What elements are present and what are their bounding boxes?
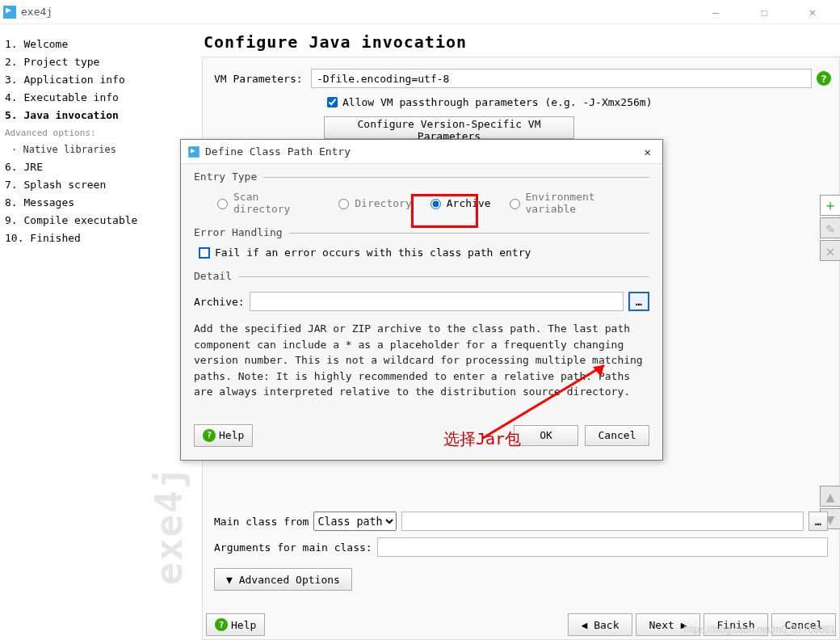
back-button[interactable]: ◀ Back bbox=[568, 613, 632, 636]
step-compile-executable[interactable]: 9. Compile executable bbox=[5, 212, 174, 229]
vm-parameters-label: VM Parameters: bbox=[214, 73, 311, 85]
main-class-input[interactable] bbox=[401, 512, 804, 531]
help-icon[interactable]: ? bbox=[817, 71, 831, 86]
dialog-ok-button[interactable]: OK bbox=[514, 425, 578, 446]
vm-parameters-input[interactable] bbox=[311, 69, 812, 88]
move-up-button: ▲ bbox=[820, 486, 840, 507]
step-splash-screen[interactable]: 7. Splash screen bbox=[5, 176, 174, 194]
native-libraries-item[interactable]: · Native libraries bbox=[5, 141, 174, 158]
fail-on-error-label: Fail if an error occurs with this class … bbox=[215, 246, 531, 259]
fail-on-error-checkbox[interactable] bbox=[199, 247, 210, 259]
next-button[interactable]: Next ▶ bbox=[636, 613, 700, 636]
page-title: Configure Java invocation bbox=[204, 32, 829, 52]
error-handling-legend: Error Handling bbox=[194, 226, 289, 238]
help-icon: ? bbox=[215, 618, 228, 631]
advanced-options-label: Advanced options: bbox=[5, 126, 174, 141]
add-entry-button[interactable]: ＋ bbox=[820, 195, 840, 216]
classpath-toolbox: ＋ ✎ ✕ bbox=[820, 195, 840, 261]
close-button[interactable]: ✕ bbox=[796, 1, 829, 23]
titlebar: exe4j — ☐ ✕ bbox=[0, 0, 840, 24]
window-title: exe4j bbox=[21, 6, 699, 18]
detail-help-text: Add the specified JAR or ZIP archive to … bbox=[194, 321, 649, 400]
arguments-input[interactable] bbox=[377, 537, 828, 557]
dialog-footer: ? Help OK Cancel bbox=[194, 418, 649, 453]
step-application-info[interactable]: 3. Application info bbox=[5, 71, 174, 89]
archive-browse-button[interactable]: … bbox=[628, 292, 649, 311]
step-jre[interactable]: 6. JRE bbox=[5, 158, 174, 176]
dialog-cancel-button[interactable]: Cancel bbox=[585, 425, 649, 446]
step-messages[interactable]: 8. Messages bbox=[5, 194, 174, 212]
main-class-browse-button[interactable]: … bbox=[808, 512, 828, 531]
edit-entry-button: ✎ bbox=[820, 217, 840, 238]
step-finished[interactable]: 10. Finished bbox=[5, 229, 174, 247]
allow-passthrough-checkbox[interactable] bbox=[327, 97, 338, 107]
entry-type-group: Entry Type Scan directory Directory Arch… bbox=[194, 177, 649, 225]
window-controls: — ☐ ✕ bbox=[699, 1, 837, 23]
dialog-close-button[interactable]: ✕ bbox=[640, 145, 656, 158]
configure-version-vm-button[interactable]: Configure Version-Specific VM Parameters bbox=[324, 116, 574, 139]
wizard-sidebar: 1. Welcome 2. Project type 3. Applicatio… bbox=[0, 24, 179, 640]
cancel-button[interactable]: Cancel bbox=[771, 613, 836, 636]
dialog-help-button[interactable]: ? Help bbox=[194, 424, 253, 447]
main-class-source-select[interactable]: Class path bbox=[313, 512, 397, 531]
dialog-title: Define Class Path Entry bbox=[205, 145, 640, 158]
minimize-button[interactable]: — bbox=[699, 1, 732, 23]
error-handling-group: Error Handling Fail if an error occurs w… bbox=[194, 233, 649, 268]
step-java-invocation[interactable]: 5. Java invocation bbox=[5, 107, 174, 124]
app-icon bbox=[3, 6, 16, 19]
advanced-options-button[interactable]: ▼ Advanced Options bbox=[214, 568, 352, 591]
archive-path-input[interactable] bbox=[250, 292, 624, 311]
arguments-label: Arguments for main class: bbox=[214, 541, 372, 554]
entry-type-legend: Entry Type bbox=[194, 171, 263, 183]
help-button[interactable]: ? Help bbox=[206, 613, 265, 636]
radio-directory[interactable]: Directory bbox=[334, 191, 411, 215]
define-classpath-dialog: Define Class Path Entry ✕ Entry Type Sca… bbox=[180, 139, 663, 461]
dialog-titlebar: Define Class Path Entry ✕ bbox=[181, 140, 662, 164]
help-icon: ? bbox=[203, 429, 216, 442]
main-class-label: Main class from bbox=[214, 516, 309, 528]
step-executable-info[interactable]: 4. Executable info bbox=[5, 89, 174, 107]
archive-label: Archive: bbox=[194, 296, 245, 308]
step-project-type[interactable]: 2. Project type bbox=[5, 53, 174, 71]
radio-environment-variable[interactable]: Environment variable bbox=[506, 191, 649, 215]
radio-archive[interactable]: Archive bbox=[426, 191, 491, 215]
detail-group: Detail Archive: … Add the specified JAR … bbox=[194, 276, 649, 410]
wizard-footer: ? Help ◀ Back Next ▶ Finish Cancel bbox=[206, 613, 836, 636]
delete-entry-button: ✕ bbox=[820, 240, 840, 261]
step-welcome[interactable]: 1. Welcome bbox=[5, 36, 174, 53]
radio-scan-directory[interactable]: Scan directory bbox=[213, 191, 320, 215]
allow-passthrough-label: Allow VM passthrough parameters (e.g. -J… bbox=[342, 96, 653, 108]
detail-legend: Detail bbox=[194, 270, 238, 282]
app-icon bbox=[188, 146, 200, 158]
maximize-button[interactable]: ☐ bbox=[748, 1, 780, 23]
finish-button[interactable]: Finish bbox=[704, 613, 768, 636]
